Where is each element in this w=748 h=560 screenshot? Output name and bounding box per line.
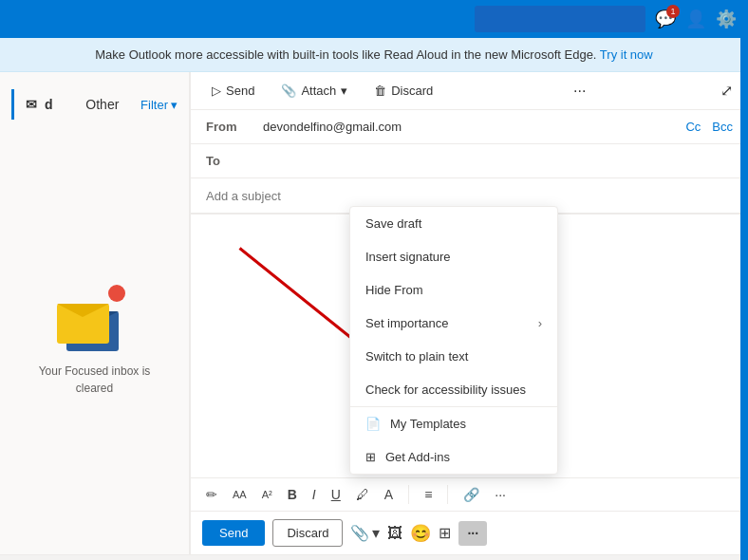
chat-icon[interactable]: 💬 1 xyxy=(655,9,676,29)
send-label: Send xyxy=(226,84,254,98)
more-format-icon[interactable]: ··· xyxy=(491,484,510,505)
mail-front-icon xyxy=(57,304,109,344)
menu-accessibility[interactable]: Check for accessibility issues xyxy=(350,373,557,406)
expand-icon[interactable]: ⤢ xyxy=(720,82,733,100)
to-row[interactable]: To xyxy=(191,144,748,178)
send-button[interactable]: ▷ Send xyxy=(206,80,260,102)
separator-2 xyxy=(447,485,448,504)
notification-bar: Make Outlook more accessible with built-… xyxy=(0,38,748,72)
emoji-bar-icon[interactable]: 😊 xyxy=(410,523,431,544)
menu-set-importance-label: Set importance xyxy=(365,316,448,330)
email-fields: From devondelfino@gmail.com Cc Bcc To xyxy=(191,110,748,215)
template-icon: 📄 xyxy=(365,417,381,431)
context-menu: Save draft Insert signature Hide From Se… xyxy=(349,206,558,475)
highlight-icon[interactable]: 🖊 xyxy=(352,484,373,505)
link-icon[interactable]: 🔗 xyxy=(459,484,483,505)
try-now-link[interactable]: Try it now xyxy=(600,47,653,62)
menu-accessibility-label: Check for accessibility issues xyxy=(365,383,526,397)
top-bar: 💬 1 👤 ⚙️ xyxy=(0,0,748,38)
sidebar-item-other[interactable]: Other xyxy=(74,89,130,120)
sidebar-item-focused[interactable]: ✉ d xyxy=(11,89,65,120)
trash-icon: 🗑 xyxy=(374,84,386,98)
discard-button[interactable]: 🗑 Discard xyxy=(368,80,439,102)
image-bar-icon[interactable]: 🖼 xyxy=(387,525,402,542)
italic-icon[interactable]: I xyxy=(309,484,320,505)
font-size-icon[interactable]: AA xyxy=(229,486,251,503)
menu-insert-signature[interactable]: Insert signature xyxy=(350,240,557,273)
menu-insert-signature-label: Insert signature xyxy=(365,250,451,264)
chevron-right-icon: › xyxy=(538,316,542,330)
send-bar-button[interactable]: Send xyxy=(202,520,265,546)
discard-bar-button[interactable]: Discard xyxy=(272,519,343,547)
discard-label: Discard xyxy=(391,84,433,98)
sidebar: ✉ d Other Filter ▾ Your Focused inbox is… xyxy=(0,72,190,554)
menu-get-addins-label: Get Add-ins xyxy=(385,450,450,464)
bold-icon[interactable]: B xyxy=(284,484,301,505)
cc-bcc-buttons: Cc Bcc xyxy=(685,120,733,134)
font-color-icon[interactable]: A xyxy=(381,484,397,505)
attach-icon: 📎 xyxy=(281,84,296,98)
sidebar-filter-row: ✉ d Other Filter ▾ xyxy=(0,82,189,127)
compose-toolbar: ▷ Send 📎 Attach ▾ 🗑 Discard ··· ⤢ xyxy=(191,72,748,110)
addin-icon: ⊞ xyxy=(365,450,376,464)
attach-label: Attach xyxy=(301,84,336,98)
menu-hide-from-label: Hide From xyxy=(365,283,423,297)
empty-inbox-text: Your Focused inbox iscleared xyxy=(39,363,151,397)
settings-icon[interactable]: ⚙️ xyxy=(716,9,737,29)
menu-plain-text[interactable]: Switch to plain text xyxy=(350,340,557,373)
from-row: From devondelfino@gmail.com Cc Bcc xyxy=(191,110,748,144)
apps-bar-icon[interactable]: ⊞ xyxy=(439,524,451,542)
send-bar: Send Discard 📎 ▾ 🖼 😊 ⊞ ··· xyxy=(191,511,748,554)
superscript-icon[interactable]: A² xyxy=(258,486,276,503)
attach-button[interactable]: 📎 Attach ▾ xyxy=(275,80,353,102)
separator-1 xyxy=(408,485,409,504)
other-label: Other xyxy=(85,97,119,112)
notification-badge: 1 xyxy=(666,5,680,18)
attach-bar-icon[interactable]: 📎 ▾ xyxy=(350,524,380,542)
filter-label: Filter xyxy=(140,98,168,112)
menu-my-templates-label: My Templates xyxy=(390,417,466,431)
bcc-button[interactable]: Bcc xyxy=(712,120,733,134)
focused-label: d xyxy=(45,97,53,112)
list-icon[interactable]: ≡ xyxy=(421,484,436,505)
filter-button[interactable]: Filter ▾ xyxy=(140,98,178,112)
menu-get-addins[interactable]: ⊞ Get Add-ins xyxy=(350,440,557,474)
chevron-down-icon: ▾ xyxy=(171,98,178,112)
attach-chevron-bar-icon: ▾ xyxy=(372,524,380,542)
formatting-toolbar: ✏ AA A² B I U 🖊 A ≡ 🔗 ··· xyxy=(191,477,748,511)
menu-hide-from[interactable]: Hide From xyxy=(350,273,557,307)
from-label: From xyxy=(206,120,253,134)
notification-text: Make Outlook more accessible with built-… xyxy=(95,47,596,62)
more-options-button[interactable]: ··· xyxy=(573,83,586,100)
more-bar-button[interactable]: ··· xyxy=(458,521,487,546)
send-icon: ▷ xyxy=(212,84,221,98)
menu-plain-text-label: Switch to plain text xyxy=(365,349,468,364)
inbox-icon: ✉ xyxy=(26,97,37,112)
attach-chevron-icon: ▾ xyxy=(341,84,347,98)
menu-set-importance[interactable]: Set importance › xyxy=(350,307,557,340)
status-bar: ✏ This folder is empty (No subject) ✕ xyxy=(0,554,748,560)
from-email: devondelfino@gmail.com xyxy=(263,120,676,134)
mail-dot-icon xyxy=(108,285,125,302)
sidebar-illustration: Your Focused inbox iscleared xyxy=(0,127,189,554)
mail-illustration xyxy=(57,285,133,351)
people-icon[interactable]: 👤 xyxy=(685,9,706,29)
menu-save-draft-label: Save draft xyxy=(365,216,421,231)
menu-my-templates[interactable]: 📄 My Templates xyxy=(350,407,557,440)
cc-button[interactable]: Cc xyxy=(685,120,701,134)
underline-icon[interactable]: U xyxy=(327,484,345,505)
to-label: To xyxy=(206,154,253,168)
menu-save-draft[interactable]: Save draft xyxy=(350,207,557,240)
subject-input[interactable] xyxy=(206,189,733,203)
pencil-format-icon[interactable]: ✏ xyxy=(202,484,221,505)
